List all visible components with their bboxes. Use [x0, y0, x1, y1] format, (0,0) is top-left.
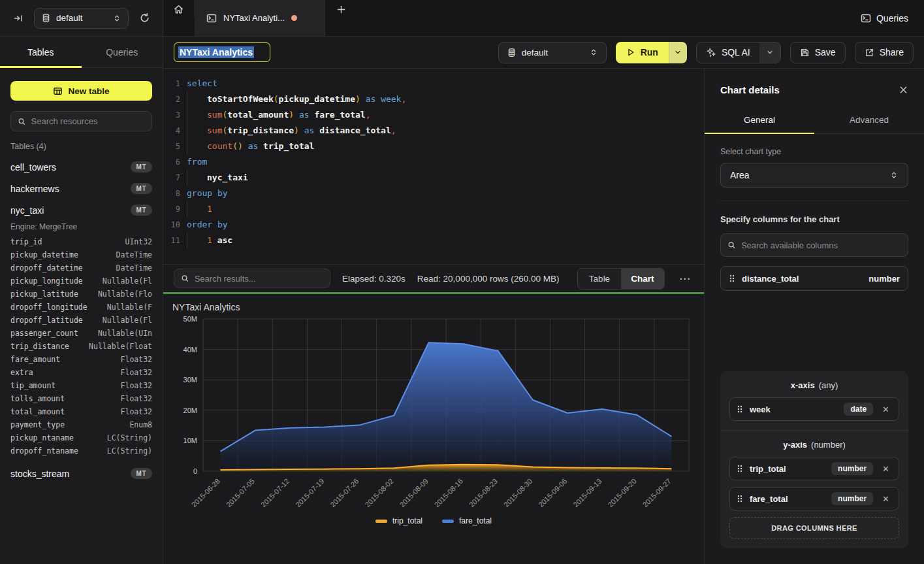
save-button[interactable]: Save	[790, 42, 846, 63]
queries-button[interactable]: Queries	[845, 0, 924, 36]
collapse-sidebar-button[interactable]	[9, 9, 27, 27]
refresh-icon	[139, 12, 150, 24]
y-axis-header: y-axis(number)	[729, 440, 899, 450]
run-options-button[interactable]	[669, 42, 687, 63]
chart-details-panel: Chart details General Advanced Select ch…	[704, 69, 924, 564]
column-type: Nullable(Fl	[103, 316, 152, 325]
panel-tab-advanced[interactable]: Advanced	[814, 106, 924, 133]
share-button[interactable]: Share	[855, 42, 914, 63]
search-icon	[181, 274, 189, 283]
line-number: 5	[163, 139, 187, 154]
results-toolbar: Elapsed: 0.320s Read: 20,000,000 rows (2…	[163, 264, 704, 294]
drop-zone[interactable]: DRAG COLUMNS HERE	[729, 517, 899, 539]
search-icon	[727, 241, 736, 250]
column-type: Enum8	[129, 420, 152, 429]
code-line: 3sum(total_amount) as fare_total,	[163, 107, 704, 123]
code-text: select	[187, 76, 217, 91]
chart-type-value: Area	[730, 170, 750, 180]
more-options-button[interactable]: ⋯	[677, 272, 693, 286]
axis-column-trip_total[interactable]: trip_totalnumber✕	[729, 457, 899, 480]
database-icon	[507, 48, 517, 58]
home-button[interactable]	[163, 0, 195, 18]
line-number: 11	[163, 233, 187, 248]
legend-item-fare_total[interactable]: fare_total	[442, 516, 492, 525]
terminal-icon	[206, 13, 217, 24]
svg-text:2015-09-13: 2015-09-13	[571, 477, 603, 508]
line-number: 10	[163, 217, 187, 233]
column-row: total_amountFloat32	[0, 405, 163, 418]
table-item[interactable]: hackernewsMT	[0, 178, 163, 199]
column-row: payment_typeEnum8	[0, 418, 163, 431]
query-title-input[interactable]: NYTaxi Analytics	[174, 42, 270, 62]
table-item[interactable]: stocks_streamMT	[0, 463, 163, 484]
tab-nytaxi-analytics[interactable]: NYTaxi Analyti...	[195, 0, 325, 36]
run-button[interactable]: Run	[616, 42, 669, 63]
query-database-selector[interactable]: default	[498, 42, 607, 63]
axis-column-fare_total[interactable]: fare_totalnumber✕	[729, 487, 899, 510]
remove-column-button[interactable]: ✕	[880, 494, 892, 504]
column-name: total_amount	[10, 407, 121, 416]
column-row: dropoff_latitudeNullable(Fl	[0, 314, 163, 327]
new-table-button[interactable]: New table	[10, 81, 152, 101]
table-item[interactable]: cell_towersMT	[0, 156, 163, 178]
table-name: stocks_stream	[10, 469, 131, 479]
engine-badge: MT	[131, 161, 152, 173]
collapse-sidebar-icon	[13, 13, 24, 24]
line-number: 7	[163, 170, 187, 186]
sql-ai-button-group: SQL AI	[696, 42, 781, 63]
tables-list: cell_towersMThackernewsMTnyc_taxiMTEngin…	[0, 156, 163, 484]
column-search[interactable]	[720, 233, 908, 257]
database-selector[interactable]: default	[34, 8, 129, 29]
results-search[interactable]	[174, 269, 330, 288]
resource-search[interactable]	[10, 111, 152, 131]
legend-item-trip_total[interactable]: trip_total	[375, 516, 422, 525]
resource-search-input[interactable]	[31, 116, 145, 126]
column-type: Float32	[121, 355, 152, 364]
axis-column-week[interactable]: weekdate✕	[729, 397, 899, 421]
svg-text:2015-07-12: 2015-07-12	[259, 477, 291, 508]
refresh-button[interactable]	[135, 9, 153, 27]
code-text: order by	[187, 217, 228, 233]
column-name: trip_id	[10, 237, 125, 246]
remove-column-button[interactable]: ✕	[880, 405, 892, 414]
code-line: 4sum(trip_distance) as distance_total,	[163, 123, 704, 139]
query-toolbar: NYTaxi Analytics default	[163, 37, 924, 69]
chart-legend: trip_totalfare_total	[163, 516, 704, 525]
svg-text:2015-07-26: 2015-07-26	[328, 477, 360, 508]
table-item[interactable]: nyc_taxiMT	[0, 199, 163, 221]
svg-text:30M: 30M	[183, 376, 197, 384]
results-search-input[interactable]	[195, 274, 323, 284]
column-type: Float32	[121, 381, 152, 390]
svg-text:2015-08-23: 2015-08-23	[468, 477, 499, 508]
new-tab-button[interactable]	[325, 0, 357, 18]
query-title-text: NYTaxi Analytics	[178, 46, 254, 58]
column-type: Nullable(UIn	[98, 329, 152, 338]
view-toggle-chart[interactable]: Chart	[621, 269, 664, 289]
top-bar: default NYTaxi Analyti...	[0, 0, 924, 37]
sql-editor[interactable]: 1select2toStartOfWeek(pickup_datetime) a…	[163, 69, 704, 264]
chart-section: NYTaxi Analytics 010M20M30M40M50M2015-06…	[163, 294, 704, 564]
sql-ai-options-button[interactable]	[759, 42, 780, 63]
close-icon[interactable]	[899, 85, 908, 95]
view-toggle-table[interactable]: Table	[578, 269, 621, 289]
available-column-distance_total[interactable]: distance_totalnumber	[720, 266, 908, 291]
tables-section-label: Tables (4)	[10, 142, 152, 151]
column-row: trip_idUInt32	[0, 235, 163, 248]
chart-canvas[interactable]: 010M20M30M40M50M2015-06-282015-07-052015…	[163, 312, 704, 515]
panel-tab-general[interactable]: General	[705, 106, 814, 133]
sidebar-tab-tables[interactable]: Tables	[0, 37, 82, 67]
line-number: 1	[163, 76, 187, 91]
drag-handle-icon	[729, 274, 735, 283]
code-text: 1 asc	[187, 233, 232, 248]
column-search-input[interactable]	[741, 241, 901, 250]
home-icon	[173, 4, 184, 15]
sidebar-tab-queries[interactable]: Queries	[82, 37, 163, 67]
remove-column-button[interactable]: ✕	[880, 464, 892, 474]
y-axis-section: y-axis(number) trip_totalnumber✕fare_tot…	[720, 430, 908, 548]
column-name: payment_type	[10, 420, 129, 429]
sql-ai-button[interactable]: SQL AI	[697, 42, 759, 63]
column-row: pickup_datetimeDateTime	[0, 248, 163, 261]
chart-type-select[interactable]: Area	[720, 163, 908, 188]
engine-badge: MT	[131, 183, 152, 194]
code-text: toStartOfWeek(pickup_datetime) as week,	[187, 91, 406, 107]
